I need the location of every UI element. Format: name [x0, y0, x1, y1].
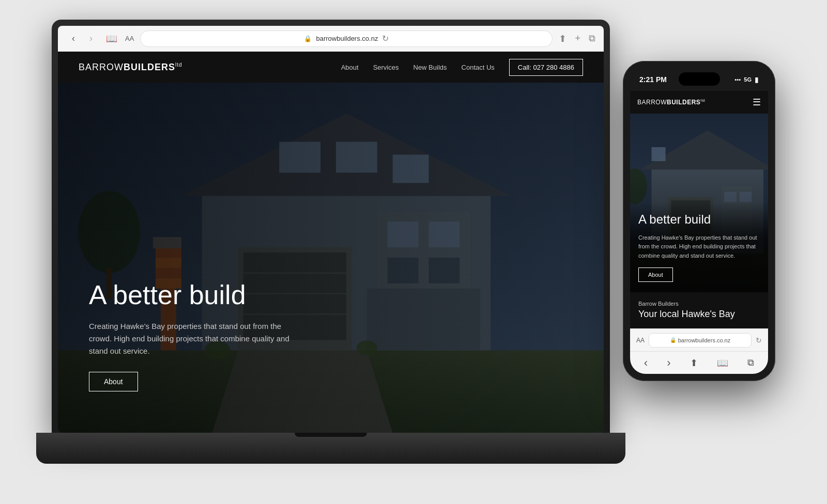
phone-section-below-hero: Barrow Builders Your local Hawke's Bay [630, 292, 768, 328]
phone-bookmark-icon[interactable]: 📖 [717, 357, 728, 369]
phone-logo-bold: BUILDERS [667, 99, 700, 106]
scene: ‹ › 📖 AA 🔒 barrowbuilders.co.nz ↻ ⬆ + ⧉ [52, 20, 775, 484]
phone-hero-about-button[interactable]: About [638, 267, 673, 282]
laptop-base [36, 433, 625, 464]
browser-back-button[interactable]: ‹ [66, 32, 81, 46]
browser-right-icons: ⬆ + ⧉ [559, 33, 595, 44]
phone-section-title: Your local Hawke's Bay [638, 309, 760, 320]
phone-5g-icon: 5G [744, 76, 752, 83]
browser-new-tab-icon[interactable]: + [575, 33, 580, 44]
phone-hero-subtitle: Creating Hawke's Bay properties that sta… [638, 233, 760, 261]
site-navigation: BARROWBUILDERSltd About Services New Bui… [58, 52, 604, 83]
browser-address-bar[interactable]: 🔒 barrowbuilders.co.nz ↻ [140, 30, 553, 47]
browser-tabs-icon[interactable]: ⧉ [589, 33, 595, 44]
phone-section-label: Barrow Builders [638, 301, 760, 307]
browser-chrome: ‹ › 📖 AA 🔒 barrowbuilders.co.nz ↻ ⬆ + ⧉ [58, 26, 604, 52]
hamburger-menu-icon[interactable]: ☰ [753, 97, 761, 108]
laptop-body: ‹ › 📖 AA 🔒 barrowbuilders.co.nz ↻ ⬆ + ⧉ [52, 20, 610, 433]
phone-signal-icon: ▪▪▪ [735, 76, 741, 83]
phone-url-bar[interactable]: 🔒 barrowbuilders.co.nz [649, 333, 752, 348]
nav-link-about[interactable]: About [341, 64, 359, 71]
phone-hero-title: A better build [638, 212, 760, 227]
browser-refresh-icon[interactable]: ↻ [382, 34, 389, 43]
logo-text-regular: BARROW [79, 62, 124, 72]
nav-links-group: About Services New Builds Contact Us Cal… [341, 59, 583, 76]
hero-content: A better build Creating Hawke's Bay prop… [89, 280, 296, 391]
phone-device: 2:21 PM ▪▪▪ 5G ▮ BARROWBUILDERSltd ☰ [623, 61, 775, 381]
website-container: BARROWBUILDERSltd About Services New Bui… [58, 52, 604, 433]
phone-forward-button[interactable]: › [667, 356, 670, 370]
hero-about-button[interactable]: About [89, 372, 138, 391]
site-logo: BARROWBUILDERSltd [79, 62, 341, 73]
laptop-screen: ‹ › 📖 AA 🔒 barrowbuilders.co.nz ↻ ⬆ + ⧉ [58, 26, 604, 433]
browser-forward-button[interactable]: › [84, 32, 98, 46]
phone-website: BARROWBUILDERSltd ☰ [630, 91, 768, 374]
browser-aa-label[interactable]: AA [125, 35, 134, 42]
phone-time: 2:21 PM [639, 75, 667, 84]
phone-share-icon[interactable]: ⬆ [690, 357, 698, 369]
phone-logo-super: ltd [700, 99, 705, 102]
browser-bookmark-icon[interactable]: 📖 [104, 32, 119, 46]
nav-link-new-builds[interactable]: New Builds [414, 64, 447, 71]
phone-battery-icon: ▮ [755, 75, 759, 84]
browser-share-icon[interactable]: ⬆ [559, 33, 566, 44]
phone-url-text: barrowbuilders.co.nz [678, 337, 731, 343]
browser-nav-group: ‹ › [66, 32, 98, 46]
laptop-device: ‹ › 📖 AA 🔒 barrowbuilders.co.nz ↻ ⬆ + ⧉ [52, 20, 610, 464]
phone-bottom-navigation: ‹ › ⬆ 📖 ⧉ [630, 351, 768, 374]
phone-status-icons: ▪▪▪ 5G ▮ [735, 75, 759, 84]
phone-status-bar: 2:21 PM ▪▪▪ 5G ▮ [630, 68, 768, 91]
phone-browser-address-bar: AA 🔒 barrowbuilders.co.nz ↻ [630, 328, 768, 351]
phone-lock-icon: 🔒 [670, 337, 676, 343]
phone-refresh-icon[interactable]: ↻ [756, 336, 762, 344]
browser-url-text: barrowbuilders.co.nz [316, 35, 378, 42]
hero-title: A better build [89, 280, 296, 310]
phone-hero-section: A better build Creating Hawke's Bay prop… [630, 114, 768, 292]
nav-link-contact[interactable]: Contact Us [462, 64, 495, 71]
phone-browser-aa[interactable]: AA [636, 337, 645, 344]
hero-section: BARROWBUILDERSltd About Services New Bui… [58, 52, 604, 433]
phone-tabs-icon[interactable]: ⧉ [747, 357, 754, 368]
phone-back-button[interactable]: ‹ [644, 356, 648, 370]
phone-dynamic-island [679, 72, 720, 86]
logo-text-bold: BUILDERS [124, 62, 175, 72]
phone-hero-content: A better build Creating Hawke's Bay prop… [630, 202, 768, 293]
phone-site-nav: BARROWBUILDERSltd ☰ [630, 91, 768, 114]
phone-screen: 2:21 PM ▪▪▪ 5G ▮ BARROWBUILDERSltd ☰ [630, 68, 768, 374]
phone-logo-regular: BARROW [637, 99, 667, 106]
nav-cta-button[interactable]: Call: 027 280 4886 [509, 59, 583, 76]
hero-subtitle: Creating Hawke's Bay properties that sta… [89, 320, 296, 357]
nav-link-services[interactable]: Services [373, 64, 399, 71]
phone-logo: BARROWBUILDERSltd [637, 99, 705, 106]
logo-superscript: ltd [175, 62, 182, 68]
browser-lock-icon: 🔒 [304, 35, 312, 42]
